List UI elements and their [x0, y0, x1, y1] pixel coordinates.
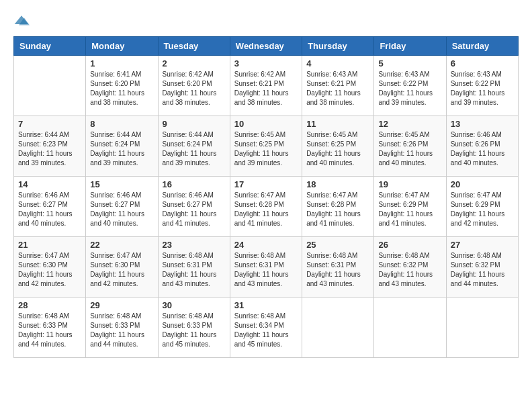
calendar-cell: 15Sunrise: 6:46 AMSunset: 6:27 PMDayligh… — [86, 177, 158, 237]
day-number: 14 — [18, 179, 81, 189]
calendar-cell — [302, 298, 374, 358]
day-info: Sunrise: 6:44 AMSunset: 6:24 PMDaylight:… — [163, 130, 226, 168]
calendar-cell: 27Sunrise: 6:48 AMSunset: 6:32 PMDayligh… — [446, 237, 518, 298]
calendar-cell: 20Sunrise: 6:47 AMSunset: 6:29 PMDayligh… — [446, 177, 518, 237]
day-number: 18 — [306, 179, 369, 189]
calendar-table: SundayMondayTuesdayWednesdayThursdayFrid… — [13, 36, 519, 358]
header-wednesday: Wednesday — [230, 37, 302, 56]
day-info: Sunrise: 6:48 AMSunset: 6:31 PMDaylight:… — [163, 251, 226, 289]
day-number: 11 — [306, 119, 369, 129]
calendar-cell: 3Sunrise: 6:42 AMSunset: 6:21 PMDaylight… — [230, 56, 302, 116]
day-number: 7 — [18, 119, 81, 129]
day-number: 10 — [234, 119, 298, 129]
day-info: Sunrise: 6:48 AMSunset: 6:31 PMDaylight:… — [234, 251, 298, 289]
calendar-cell: 16Sunrise: 6:46 AMSunset: 6:27 PMDayligh… — [158, 177, 230, 237]
calendar-cell: 7Sunrise: 6:44 AMSunset: 6:23 PMDaylight… — [14, 116, 86, 177]
calendar-cell: 4Sunrise: 6:43 AMSunset: 6:21 PMDaylight… — [302, 56, 374, 116]
day-info: Sunrise: 6:47 AMSunset: 6:28 PMDaylight:… — [234, 191, 298, 228]
calendar-cell — [374, 298, 446, 358]
calendar-cell: 12Sunrise: 6:45 AMSunset: 6:26 PMDayligh… — [374, 116, 446, 177]
day-info: Sunrise: 6:48 AMSunset: 6:32 PMDaylight:… — [451, 251, 514, 289]
day-number: 25 — [306, 240, 369, 250]
day-number: 26 — [378, 240, 441, 250]
day-info: Sunrise: 6:48 AMSunset: 6:34 PMDaylight:… — [234, 312, 298, 349]
week-row-2: 7Sunrise: 6:44 AMSunset: 6:23 PMDaylight… — [14, 116, 519, 177]
calendar-cell: 29Sunrise: 6:48 AMSunset: 6:33 PMDayligh… — [86, 298, 158, 358]
day-number: 12 — [378, 119, 441, 129]
week-row-1: 1Sunrise: 6:41 AMSunset: 6:20 PMDaylight… — [14, 56, 519, 116]
day-info: Sunrise: 6:46 AMSunset: 6:27 PMDaylight:… — [18, 191, 81, 228]
calendar-cell: 8Sunrise: 6:44 AMSunset: 6:24 PMDaylight… — [86, 116, 158, 177]
calendar-cell: 22Sunrise: 6:47 AMSunset: 6:30 PMDayligh… — [86, 237, 158, 298]
calendar-cell: 19Sunrise: 6:47 AMSunset: 6:29 PMDayligh… — [374, 177, 446, 237]
logo — [13, 13, 32, 30]
calendar-cell: 13Sunrise: 6:46 AMSunset: 6:26 PMDayligh… — [446, 116, 518, 177]
day-info: Sunrise: 6:47 AMSunset: 6:30 PMDaylight:… — [18, 251, 81, 289]
day-number: 9 — [163, 119, 226, 129]
day-number: 27 — [451, 240, 514, 250]
day-number: 20 — [451, 179, 514, 189]
calendar-cell: 28Sunrise: 6:48 AMSunset: 6:33 PMDayligh… — [14, 298, 86, 358]
day-number: 16 — [163, 179, 226, 189]
calendar-cell: 21Sunrise: 6:47 AMSunset: 6:30 PMDayligh… — [14, 237, 86, 298]
day-number: 17 — [234, 179, 298, 189]
day-number: 31 — [234, 300, 298, 310]
day-info: Sunrise: 6:45 AMSunset: 6:25 PMDaylight:… — [234, 130, 298, 168]
calendar-cell: 2Sunrise: 6:42 AMSunset: 6:20 PMDaylight… — [158, 56, 230, 116]
calendar-cell: 17Sunrise: 6:47 AMSunset: 6:28 PMDayligh… — [230, 177, 302, 237]
calendar-cell — [14, 56, 86, 116]
calendar-cell: 23Sunrise: 6:48 AMSunset: 6:31 PMDayligh… — [158, 237, 230, 298]
calendar-cell: 31Sunrise: 6:48 AMSunset: 6:34 PMDayligh… — [230, 298, 302, 358]
calendar-cell: 25Sunrise: 6:48 AMSunset: 6:31 PMDayligh… — [302, 237, 374, 298]
day-number: 19 — [378, 179, 441, 189]
day-info: Sunrise: 6:42 AMSunset: 6:21 PMDaylight:… — [234, 70, 298, 107]
calendar-cell: 24Sunrise: 6:48 AMSunset: 6:31 PMDayligh… — [230, 237, 302, 298]
calendar-cell: 11Sunrise: 6:45 AMSunset: 6:25 PMDayligh… — [302, 116, 374, 177]
calendar-cell: 6Sunrise: 6:43 AMSunset: 6:22 PMDaylight… — [446, 56, 518, 116]
week-row-3: 14Sunrise: 6:46 AMSunset: 6:27 PMDayligh… — [14, 177, 519, 237]
day-number: 8 — [90, 119, 153, 129]
day-number: 2 — [163, 58, 226, 68]
day-number: 15 — [90, 179, 153, 189]
day-info: Sunrise: 6:44 AMSunset: 6:24 PMDaylight:… — [90, 130, 153, 168]
day-number: 3 — [234, 58, 298, 68]
day-number: 24 — [234, 240, 298, 250]
day-info: Sunrise: 6:48 AMSunset: 6:33 PMDaylight:… — [18, 312, 81, 349]
day-info: Sunrise: 6:46 AMSunset: 6:27 PMDaylight:… — [163, 191, 226, 228]
calendar-cell: 18Sunrise: 6:47 AMSunset: 6:28 PMDayligh… — [302, 177, 374, 237]
day-info: Sunrise: 6:48 AMSunset: 6:32 PMDaylight:… — [378, 251, 441, 289]
day-info: Sunrise: 6:43 AMSunset: 6:22 PMDaylight:… — [378, 70, 441, 107]
calendar-cell: 9Sunrise: 6:44 AMSunset: 6:24 PMDaylight… — [158, 116, 230, 177]
day-info: Sunrise: 6:48 AMSunset: 6:33 PMDaylight:… — [163, 312, 226, 349]
calendar-cell: 1Sunrise: 6:41 AMSunset: 6:20 PMDaylight… — [86, 56, 158, 116]
header-tuesday: Tuesday — [158, 37, 230, 56]
header-thursday: Thursday — [302, 37, 374, 56]
week-row-5: 28Sunrise: 6:48 AMSunset: 6:33 PMDayligh… — [14, 298, 519, 358]
calendar-header-row: SundayMondayTuesdayWednesdayThursdayFrid… — [14, 37, 519, 56]
day-info: Sunrise: 6:44 AMSunset: 6:23 PMDaylight:… — [18, 130, 81, 168]
week-row-4: 21Sunrise: 6:47 AMSunset: 6:30 PMDayligh… — [14, 237, 519, 298]
calendar-cell: 14Sunrise: 6:46 AMSunset: 6:27 PMDayligh… — [14, 177, 86, 237]
day-info: Sunrise: 6:47 AMSunset: 6:28 PMDaylight:… — [306, 191, 369, 228]
day-info: Sunrise: 6:48 AMSunset: 6:31 PMDaylight:… — [306, 251, 369, 289]
day-info: Sunrise: 6:46 AMSunset: 6:27 PMDaylight:… — [90, 191, 153, 228]
calendar-cell: 26Sunrise: 6:48 AMSunset: 6:32 PMDayligh… — [374, 237, 446, 298]
header-friday: Friday — [374, 37, 446, 56]
day-number: 5 — [378, 58, 441, 68]
day-info: Sunrise: 6:45 AMSunset: 6:25 PMDaylight:… — [306, 130, 369, 168]
calendar-cell — [446, 298, 518, 358]
day-number: 6 — [451, 58, 514, 68]
day-number: 30 — [163, 300, 226, 310]
header-sunday: Sunday — [14, 37, 86, 56]
day-number: 4 — [306, 58, 369, 68]
calendar-cell: 10Sunrise: 6:45 AMSunset: 6:25 PMDayligh… — [230, 116, 302, 177]
day-number: 23 — [163, 240, 226, 250]
day-info: Sunrise: 6:45 AMSunset: 6:26 PMDaylight:… — [378, 130, 441, 168]
header-monday: Monday — [86, 37, 158, 56]
day-info: Sunrise: 6:47 AMSunset: 6:30 PMDaylight:… — [90, 251, 153, 289]
day-info: Sunrise: 6:42 AMSunset: 6:20 PMDaylight:… — [163, 70, 226, 107]
day-info: Sunrise: 6:43 AMSunset: 6:22 PMDaylight:… — [451, 70, 514, 107]
calendar-cell: 5Sunrise: 6:43 AMSunset: 6:22 PMDaylight… — [374, 56, 446, 116]
day-info: Sunrise: 6:46 AMSunset: 6:26 PMDaylight:… — [451, 130, 514, 168]
logo-icon — [13, 13, 30, 30]
